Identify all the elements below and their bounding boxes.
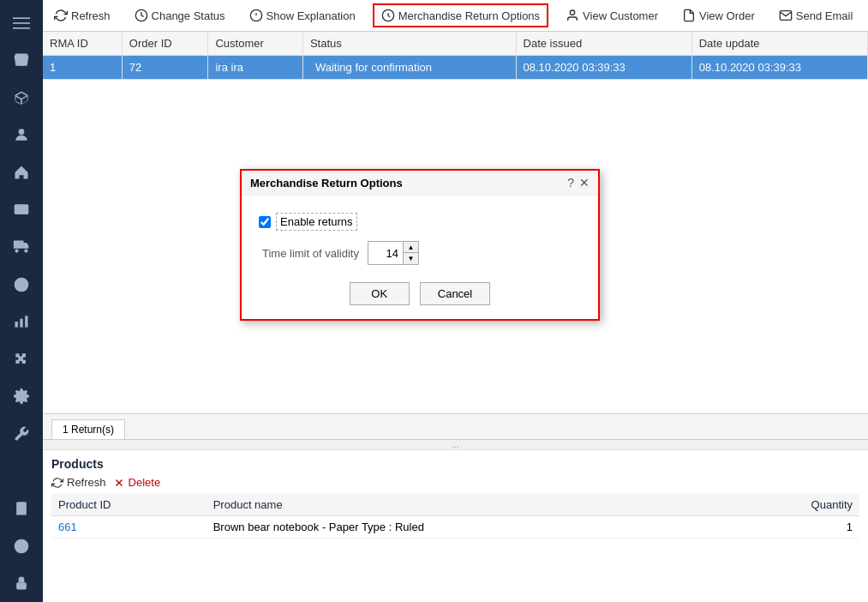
- products-delete-label: Delete: [129, 476, 161, 489]
- svg-rect-12: [16, 503, 27, 515]
- svg-rect-9: [15, 322, 18, 328]
- toolbar: Refresh Change Status Show Explanation M…: [43, 0, 868, 32]
- enable-returns-label[interactable]: Enable returns: [259, 213, 357, 231]
- send-email-label: Send Email: [796, 9, 853, 22]
- sidebar-item-users[interactable]: [0, 117, 43, 154]
- sidebar-item-truck[interactable]: [0, 228, 43, 266]
- resizer[interactable]: ...: [43, 440, 868, 450]
- ok-button[interactable]: OK: [350, 282, 410, 305]
- svg-point-16: [21, 549, 22, 550]
- products-col-qty: Quantity: [731, 494, 859, 516]
- merchandise-return-label: Merchandise Return Options: [398, 9, 540, 22]
- sidebar-item-chart[interactable]: [0, 304, 43, 341]
- svg-rect-10: [20, 319, 22, 328]
- svg-point-7: [24, 250, 27, 253]
- products-delete-button[interactable]: Delete: [113, 476, 161, 489]
- modal-header-buttons: ? ✕: [567, 176, 590, 190]
- sidebar-item-wrench[interactable]: [0, 415, 43, 453]
- svg-rect-1: [13, 22, 30, 24]
- show-explanation-label: Show Explanation: [266, 9, 356, 22]
- bottom-panel: 1 Return(s) ... Products Refresh Delete …: [43, 413, 868, 602]
- modal-title: Merchandise Return Options: [250, 177, 403, 190]
- modal-header: Merchandise Return Options ? ✕: [242, 171, 598, 196]
- sidebar: [0, 0, 43, 602]
- svg-point-6: [15, 250, 19, 253]
- view-order-label: View Order: [699, 9, 755, 22]
- products-col-id: Product ID: [51, 494, 207, 516]
- change-status-label: Change Status: [152, 9, 225, 22]
- sidebar-item-puzzle[interactable]: [0, 340, 43, 378]
- svg-rect-0: [13, 17, 30, 19]
- products-refresh-button[interactable]: Refresh: [51, 476, 106, 489]
- svg-rect-3: [20, 60, 24, 66]
- enable-returns-checkbox[interactable]: [259, 216, 271, 228]
- products-col-name: Product name: [207, 494, 731, 516]
- sidebar-item-messages[interactable]: [0, 191, 43, 229]
- refresh-label: Refresh: [71, 9, 111, 22]
- sidebar-item-settings[interactable]: [0, 378, 43, 416]
- modal-help-button[interactable]: ?: [567, 176, 574, 190]
- tab-bar: 1 Return(s): [43, 414, 868, 440]
- sidebar-item-menu[interactable]: [0, 4, 43, 42]
- products-toolbar: Refresh Delete: [51, 476, 859, 489]
- svg-rect-2: [13, 27, 30, 29]
- sidebar-item-home[interactable]: [0, 154, 43, 191]
- tab-returns[interactable]: 1 Return(s): [51, 419, 125, 439]
- time-limit-label: Time limit of validity: [262, 247, 359, 260]
- sidebar-item-clipboard[interactable]: [0, 490, 43, 527]
- spinner-up-button[interactable]: ▲: [403, 242, 418, 253]
- sidebar-item-box[interactable]: [0, 79, 43, 117]
- product-name-cell: Brown bear notebook - Paper Type : Ruled: [207, 516, 731, 539]
- svg-rect-11: [25, 316, 27, 328]
- products-table: Product ID Product name Quantity 661 Bro…: [51, 494, 859, 539]
- send-email-button[interactable]: Send Email: [772, 5, 859, 26]
- sidebar-item-lock[interactable]: [0, 564, 43, 602]
- spinner-down-button[interactable]: ▼: [403, 253, 418, 264]
- sidebar-item-globe[interactable]: [0, 266, 43, 304]
- view-customer-button[interactable]: View Customer: [559, 5, 665, 26]
- view-customer-label: View Customer: [583, 9, 658, 22]
- main-content: Refresh Change Status Show Explanation M…: [43, 0, 868, 602]
- sidebar-item-store[interactable]: [0, 42, 43, 80]
- svg-point-4: [19, 129, 25, 135]
- show-explanation-button[interactable]: Show Explanation: [242, 5, 362, 26]
- enable-returns-text: Enable returns: [276, 213, 357, 231]
- product-qty-cell: 1: [731, 516, 859, 539]
- merchandise-return-button[interactable]: Merchandise Return Options: [373, 3, 548, 27]
- time-limit-spinner[interactable]: 14 ▲ ▼: [368, 241, 419, 265]
- products-section: Products Refresh Delete Product ID Produ…: [43, 450, 868, 545]
- view-order-button[interactable]: View Order: [675, 5, 762, 26]
- modal-footer: OK Cancel: [242, 274, 598, 319]
- modal-overlay: Merchandise Return Options ? ✕ Enable re…: [43, 32, 868, 413]
- cancel-button[interactable]: Cancel: [420, 282, 490, 305]
- products-row[interactable]: 661 Brown bear notebook - Paper Type : R…: [51, 516, 859, 539]
- products-refresh-label: Refresh: [67, 476, 106, 489]
- time-limit-input[interactable]: 14: [368, 244, 403, 262]
- merchandise-return-modal: Merchandise Return Options ? ✕ Enable re…: [240, 169, 600, 321]
- table-area: RMA ID Order ID Customer Status Date iss…: [43, 32, 868, 413]
- refresh-button[interactable]: Refresh: [47, 5, 117, 26]
- spinner-buttons: ▲ ▼: [403, 242, 418, 264]
- sidebar-item-help[interactable]: [0, 527, 43, 565]
- modal-close-button[interactable]: ✕: [579, 176, 590, 190]
- svg-point-21: [570, 10, 574, 15]
- product-id-cell: 661: [51, 516, 207, 539]
- modal-body: Enable returns Time limit of validity 14…: [242, 196, 598, 274]
- enable-returns-row: Enable returns: [259, 213, 581, 231]
- svg-rect-17: [16, 582, 27, 589]
- sidebar-item-analytics[interactable]: [0, 453, 43, 491]
- time-limit-row: Time limit of validity 14 ▲ ▼: [259, 241, 581, 265]
- products-title: Products: [51, 457, 859, 471]
- change-status-button[interactable]: Change Status: [128, 5, 232, 26]
